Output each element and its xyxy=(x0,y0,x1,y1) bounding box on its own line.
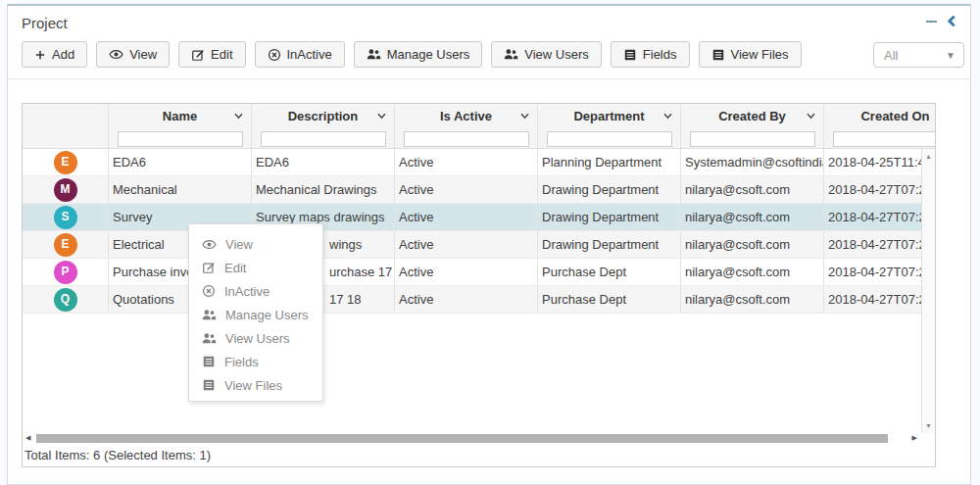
header-created-on[interactable]: Created On xyxy=(824,104,936,129)
minimize-icon[interactable] xyxy=(926,21,937,23)
eye-icon xyxy=(109,47,123,62)
eye-icon xyxy=(202,237,217,252)
edit-icon xyxy=(202,261,216,274)
menu-item-manage-users[interactable]: Manage Users xyxy=(189,303,322,326)
context-menu: View Edit InActive Manage Users View Use… xyxy=(188,223,323,402)
scroll-left-icon[interactable]: ◀ xyxy=(25,434,30,442)
view-files-button[interactable]: View Files xyxy=(699,41,802,68)
cell-created-by: nilarya@csoft.com xyxy=(681,204,824,230)
chevron-down-icon: ▼ xyxy=(946,50,956,61)
header-created-by[interactable]: Created By xyxy=(681,104,824,129)
cell-is-active: Active xyxy=(395,259,538,285)
chevron-down-icon[interactable] xyxy=(376,113,387,120)
circle-x-icon xyxy=(202,284,216,298)
avatar: E xyxy=(54,233,77,257)
avatar: E xyxy=(54,151,77,174)
list-icon xyxy=(202,378,216,392)
menu-item-inactive[interactable]: InActive xyxy=(189,279,322,303)
cell-is-active: Active xyxy=(395,149,538,175)
table-row[interactable]: P Purchase invo urchase 17 18 Active Pur… xyxy=(23,259,936,286)
cell-created-on: 2018-04-27T07:28:1 xyxy=(824,231,936,258)
table-header-row: Name Description Is Active Department Cr… xyxy=(23,104,936,129)
cell-created-on: 2018-04-27T07:29:0 xyxy=(824,259,936,285)
chevron-down-icon[interactable] xyxy=(662,113,673,120)
avatar: Q xyxy=(54,288,77,312)
chevron-down-icon[interactable] xyxy=(233,113,244,120)
table-row[interactable]: E EDA6 EDA6 Active Planning Department S… xyxy=(23,149,936,176)
avatar: S xyxy=(54,206,77,229)
table-row[interactable]: M Mechanical Mechanical Drawings Active … xyxy=(23,176,936,204)
table-footer-summary: Total Items: 6 (Selected Items: 1) xyxy=(23,447,935,466)
filter-input-description[interactable] xyxy=(261,131,386,147)
filter-input-created-on[interactable] xyxy=(833,131,937,147)
menu-item-view[interactable]: View xyxy=(189,232,322,256)
cell-created-on: 2018-04-27T07:27:3 xyxy=(824,204,936,230)
header-description[interactable]: Description xyxy=(252,104,395,129)
table-row-selected[interactable]: S Survey Survey maps drawings Active Dra… xyxy=(23,204,936,231)
cell-is-active: Active xyxy=(395,176,538,203)
scroll-down-icon[interactable]: ▼ xyxy=(925,422,932,429)
chevron-down-icon[interactable] xyxy=(519,113,530,120)
filter-input-name[interactable] xyxy=(118,131,243,147)
inactive-button[interactable]: InActive xyxy=(255,41,345,68)
list-icon xyxy=(202,355,216,368)
menu-item-view-files[interactable]: View Files xyxy=(189,373,322,397)
menu-item-view-users[interactable]: View Users xyxy=(189,326,322,350)
cell-created-on: 2018-04-27T07:29:3 xyxy=(824,286,936,313)
header-department[interactable]: Department xyxy=(538,104,681,129)
table-row[interactable]: E Electrical wings Active Drawing Depart… xyxy=(23,231,936,259)
cell-description: EDA6 xyxy=(252,149,395,175)
collapse-panel-icon[interactable] xyxy=(946,15,958,27)
cell-is-active: Active xyxy=(395,231,538,258)
users-icon xyxy=(367,47,381,62)
users-icon xyxy=(202,308,217,322)
header-avatar-column xyxy=(23,104,109,129)
menu-item-fields[interactable]: Fields xyxy=(189,350,322,373)
cell-is-active: Active xyxy=(395,204,538,230)
edit-button[interactable]: Edit xyxy=(178,41,245,68)
avatar: P xyxy=(54,261,77,284)
cell-created-on: 2018-04-27T07:26:4 xyxy=(824,176,936,203)
avatar: M xyxy=(54,178,77,202)
filter-input-created-by[interactable] xyxy=(690,131,815,147)
fields-button[interactable]: Fields xyxy=(611,41,690,68)
toolbar-divider xyxy=(8,78,970,79)
project-filter-dropdown[interactable]: All ▼ xyxy=(873,42,964,68)
filter-input-is-active[interactable] xyxy=(404,131,529,147)
project-table: Name Description Is Active Department Cr… xyxy=(22,103,936,467)
cell-created-by: Systemadmin@csoftindia.ne xyxy=(681,149,824,175)
project-panel: Project Add View Edit InActive Manage Us… xyxy=(7,4,971,485)
header-name[interactable]: Name xyxy=(109,104,252,129)
users-icon xyxy=(504,47,518,62)
plus-icon xyxy=(34,49,46,61)
header-is-active[interactable]: Is Active xyxy=(395,104,538,129)
cell-department: Purchase Dept xyxy=(538,286,681,313)
edit-icon xyxy=(191,48,205,62)
chevron-down-icon[interactable] xyxy=(806,113,816,120)
filter-input-department[interactable] xyxy=(547,131,672,147)
scroll-right-icon[interactable]: ▶ xyxy=(912,434,917,442)
add-button[interactable]: Add xyxy=(22,41,87,68)
cell-department: Purchase Dept xyxy=(538,259,681,285)
cell-name: EDA6 xyxy=(109,149,252,175)
cell-created-by: nilarya@csoft.com xyxy=(681,231,824,258)
dropdown-value: All xyxy=(884,48,898,63)
table-row[interactable]: Q Quotations 17 18 Active Purchase Dept … xyxy=(23,286,936,314)
list-icon xyxy=(711,48,725,62)
toolbar: Add View Edit InActive Manage Users View… xyxy=(22,41,802,68)
users-icon xyxy=(202,331,217,346)
menu-item-edit[interactable]: Edit xyxy=(189,256,322,279)
cell-department: Drawing Department xyxy=(538,231,681,258)
cell-department: Drawing Department xyxy=(538,204,681,230)
cell-department: Planning Department xyxy=(538,149,681,175)
scroll-up-icon[interactable]: ▲ xyxy=(925,153,932,160)
cell-description: Mechanical Drawings xyxy=(252,176,395,203)
vertical-scrollbar[interactable]: ▲ ▼ xyxy=(921,149,935,433)
view-button[interactable]: View xyxy=(96,41,170,68)
scrollbar-thumb[interactable] xyxy=(36,434,888,443)
cell-is-active: Active xyxy=(395,286,538,313)
filter-row xyxy=(23,129,936,149)
view-users-button[interactable]: View Users xyxy=(491,41,602,68)
manage-users-button[interactable]: Manage Users xyxy=(354,41,483,68)
horizontal-scrollbar[interactable]: ◀ ▶ xyxy=(23,433,919,445)
